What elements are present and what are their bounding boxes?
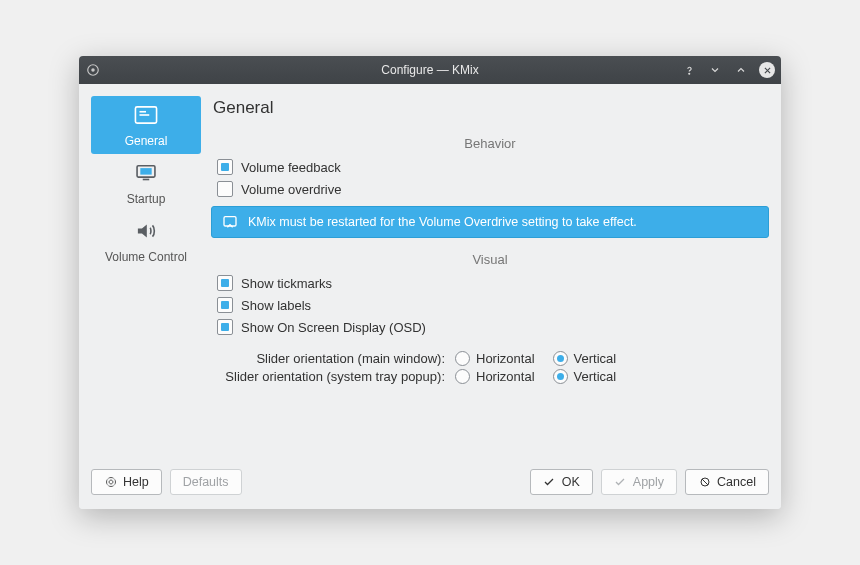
help-titlebar-button[interactable] xyxy=(681,62,697,78)
visual-section-head: Visual xyxy=(211,252,769,266)
volume-feedback-label: Volume feedback xyxy=(241,160,341,175)
sidebar: General Startup Volume Control xyxy=(91,96,201,447)
orient-tray-vertical-radio[interactable] xyxy=(553,369,568,384)
svg-rect-8 xyxy=(140,168,151,175)
vertical-label: Vertical xyxy=(574,369,617,384)
info-banner: KMix must be restarted for the Volume Ov… xyxy=(211,206,769,238)
volume-icon xyxy=(95,220,197,245)
show-osd-label: Show On Screen Display (OSD) xyxy=(241,320,426,335)
sidebar-item-volume-control[interactable]: Volume Control xyxy=(91,212,201,270)
ok-button-label: OK xyxy=(562,475,580,489)
volume-overdrive-checkbox[interactable] xyxy=(217,181,233,197)
apply-button[interactable]: Apply xyxy=(601,469,677,495)
sidebar-item-general[interactable]: General xyxy=(91,96,201,154)
close-button[interactable] xyxy=(759,62,775,78)
volume-overdrive-label: Volume overdrive xyxy=(241,182,341,197)
behavior-section-head: Behavior xyxy=(211,136,769,150)
page-title: General xyxy=(213,98,769,118)
volume-feedback-checkbox[interactable] xyxy=(217,159,233,175)
main-panel: General Behavior Volume feedback Volume … xyxy=(211,96,769,447)
apply-button-label: Apply xyxy=(633,475,664,489)
show-tickmarks-label: Show tickmarks xyxy=(241,276,332,291)
svg-point-1 xyxy=(91,68,95,72)
window-title: Configure — KMix xyxy=(79,63,781,77)
help-button-label: Help xyxy=(123,475,149,489)
show-osd-checkbox[interactable] xyxy=(217,319,233,335)
svg-point-2 xyxy=(688,73,689,74)
show-labels-label: Show labels xyxy=(241,298,311,313)
defaults-button[interactable]: Defaults xyxy=(170,469,242,495)
startup-icon xyxy=(95,162,197,187)
sidebar-item-startup[interactable]: Startup xyxy=(91,154,201,212)
svg-rect-7 xyxy=(143,179,150,181)
sidebar-item-label: Startup xyxy=(127,192,166,206)
show-labels-checkbox[interactable] xyxy=(217,297,233,313)
svg-rect-5 xyxy=(140,114,150,116)
orient-tray-horizontal-radio[interactable] xyxy=(455,369,470,384)
general-icon xyxy=(95,104,197,129)
settings-window: Configure — KMix General xyxy=(79,56,781,509)
cancel-button[interactable]: Cancel xyxy=(685,469,769,495)
svg-rect-4 xyxy=(140,111,147,113)
check-icon xyxy=(614,476,627,489)
info-icon xyxy=(222,214,238,230)
show-tickmarks-checkbox[interactable] xyxy=(217,275,233,291)
cancel-icon xyxy=(698,476,711,489)
footer: Help Defaults OK Apply Cancel xyxy=(79,459,781,509)
vertical-label: Vertical xyxy=(574,351,617,366)
sidebar-item-label: General xyxy=(125,134,168,148)
orient-main-label: Slider orientation (main window): xyxy=(213,351,445,366)
defaults-button-label: Defaults xyxy=(183,475,229,489)
maximize-button[interactable] xyxy=(733,62,749,78)
sidebar-item-label: Volume Control xyxy=(105,250,187,264)
orient-main-horizontal-radio[interactable] xyxy=(455,351,470,366)
info-text: KMix must be restarted for the Volume Ov… xyxy=(248,215,637,229)
help-icon xyxy=(104,476,117,489)
check-icon xyxy=(543,476,556,489)
svg-point-11 xyxy=(109,480,113,484)
orient-tray-label: Slider orientation (system tray popup): xyxy=(213,369,445,384)
orient-main-vertical-radio[interactable] xyxy=(553,351,568,366)
ok-button[interactable]: OK xyxy=(530,469,593,495)
help-button[interactable]: Help xyxy=(91,469,162,495)
cancel-button-label: Cancel xyxy=(717,475,756,489)
horizontal-label: Horizontal xyxy=(476,351,535,366)
titlebar: Configure — KMix xyxy=(79,56,781,84)
horizontal-label: Horizontal xyxy=(476,369,535,384)
app-icon xyxy=(85,62,101,78)
minimize-button[interactable] xyxy=(707,62,723,78)
